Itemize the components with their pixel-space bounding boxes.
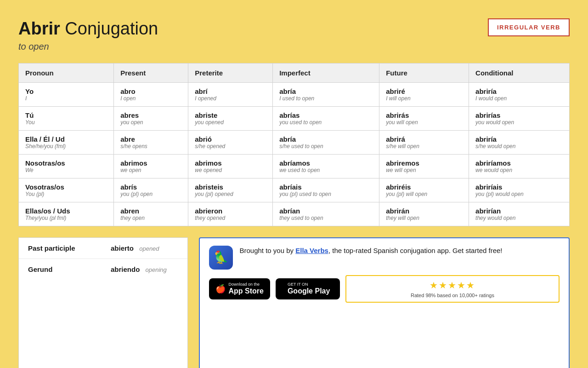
col-preterite: Preterite <box>188 63 273 82</box>
preterite-cell: abríI opened <box>188 82 273 106</box>
imperfect-cell: abríaI used to open <box>273 82 379 106</box>
pronoun-cell: Ella / Él / UdShe/he/you (fml) <box>19 130 114 154</box>
conjugation-table: Pronoun Present Preterite Imperfect Futu… <box>18 63 570 226</box>
ella-verbs-promo-link[interactable]: Ella Verbs <box>295 247 328 254</box>
imperfect-cell: abríamoswe used to open <box>273 154 379 178</box>
app-store-button[interactable]: 🍎 Download on the App Store <box>209 278 270 299</box>
table-row: Ellas/os / UdsThey/you (pl fml)abrenthey… <box>19 202 570 226</box>
conditional-cell: abriríaisyou (pl) would open <box>469 178 570 202</box>
imperfect-cell: abríaisyou (pl) used to open <box>273 178 379 202</box>
imperfect-cell: abríasyou used to open <box>273 106 379 130</box>
app-store-small-text: Download on the <box>228 282 263 287</box>
future-cell: abriremoswe will open <box>379 154 469 178</box>
table-row: Nosotras/osWeabrimoswe openabrimoswe ope… <box>19 154 570 178</box>
conditional-cell: abriríamoswe would open <box>469 154 570 178</box>
pronoun-cell: TúYou <box>19 106 114 130</box>
page-subtitle: to open <box>18 41 158 52</box>
gerund-value: abriendo opening <box>111 265 167 273</box>
star-rating: ★★★★★ <box>430 280 475 291</box>
future-cell: abrirásyou will open <box>379 106 469 130</box>
past-participle-value: abierto opened <box>111 244 159 252</box>
present-cell: abresyou open <box>114 106 188 130</box>
gerund-row: Gerund abriendo opening <box>19 259 187 280</box>
bottom-section: Past participle abierto opened Gerund ab… <box>18 237 570 368</box>
page-title: Abrir Conjugation <box>18 18 158 40</box>
imperfect-cell: abrías/he used to open <box>273 130 379 154</box>
page-header: Abrir Conjugation to open IRREGULAR VERB <box>18 18 570 52</box>
rating-box: ★★★★★ Rated 98% based on 10,000+ ratings <box>345 275 560 303</box>
future-cell: abriréisyou (pl) will open <box>379 178 469 202</box>
promo-description: Brought to you by Ella Verbs, the top-ra… <box>239 246 502 256</box>
preterite-cell: abrieronthey opened <box>188 202 273 226</box>
promo-app-icon: 🦜 <box>209 246 233 270</box>
pronoun-cell: Ellas/os / UdsThey/you (pl fml) <box>19 202 114 226</box>
promo-buttons: 🍎 Download on the App Store ▶ GET IT ON … <box>209 275 560 303</box>
past-participle-row: Past participle abierto opened <box>19 238 187 259</box>
promo-box: 🦜 Brought to you by Ella Verbs, the top-… <box>199 237 570 368</box>
promo-top: 🦜 Brought to you by Ella Verbs, the top-… <box>209 246 560 270</box>
present-cell: abrenthey open <box>114 202 188 226</box>
future-cell: abriréI will open <box>379 82 469 106</box>
present-cell: abrísyou (pl) open <box>114 178 188 202</box>
table-row: TúYouabresyou openabristeyou openedabría… <box>19 106 570 130</box>
google-play-small-text: GET IT ON <box>288 282 330 287</box>
google-play-icon: ▶ <box>282 284 288 293</box>
future-cell: abrirás/he will open <box>379 130 469 154</box>
table-row: Vosotras/osYou (pl)abrísyou (pl) openabr… <box>19 178 570 202</box>
pronoun-cell: Vosotras/osYou (pl) <box>19 178 114 202</box>
preterite-cell: abrimoswe opened <box>188 154 273 178</box>
irregular-verb-badge: IRREGULAR VERB <box>488 18 570 36</box>
pronoun-cell: YoI <box>19 82 114 106</box>
google-play-large-text: Google Play <box>288 287 330 295</box>
participle-box: Past participle abierto opened Gerund ab… <box>18 237 188 368</box>
gerund-label: Gerund <box>28 265 111 273</box>
conditional-cell: abriríaI would open <box>469 82 570 106</box>
preterite-cell: abriós/he opened <box>188 130 273 154</box>
table-row: YoIabroI openabríI openedabríaI used to … <box>19 82 570 106</box>
conditional-cell: abriríasyou would open <box>469 106 570 130</box>
preterite-cell: abristeisyou (pl) opened <box>188 178 273 202</box>
future-cell: abriránthey will open <box>379 202 469 226</box>
col-conditional: Conditional <box>469 63 570 82</box>
col-pronoun: Pronoun <box>19 63 114 82</box>
col-imperfect: Imperfect <box>273 63 379 82</box>
rating-text: Rated 98% based on 10,000+ ratings <box>411 293 494 298</box>
conditional-cell: abriríanthey would open <box>469 202 570 226</box>
table-row: Ella / Él / UdShe/he/you (fml)abres/he o… <box>19 130 570 154</box>
pronoun-cell: Nosotras/osWe <box>19 154 114 178</box>
past-participle-label: Past participle <box>28 244 111 252</box>
table-header-row: Pronoun Present Preterite Imperfect Futu… <box>19 63 570 82</box>
col-present: Present <box>114 63 188 82</box>
present-cell: abrimoswe open <box>114 154 188 178</box>
col-future: Future <box>379 63 469 82</box>
google-play-button[interactable]: ▶ GET IT ON Google Play <box>276 278 340 299</box>
app-store-large-text: App Store <box>228 287 263 295</box>
apple-icon: 🍎 <box>215 284 226 294</box>
preterite-cell: abristeyou opened <box>188 106 273 130</box>
imperfect-cell: abríanthey used to open <box>273 202 379 226</box>
conditional-cell: abrirías/he would open <box>469 130 570 154</box>
title-block: Abrir Conjugation to open <box>18 18 158 52</box>
present-cell: abroI open <box>114 82 188 106</box>
present-cell: abres/he opens <box>114 130 188 154</box>
